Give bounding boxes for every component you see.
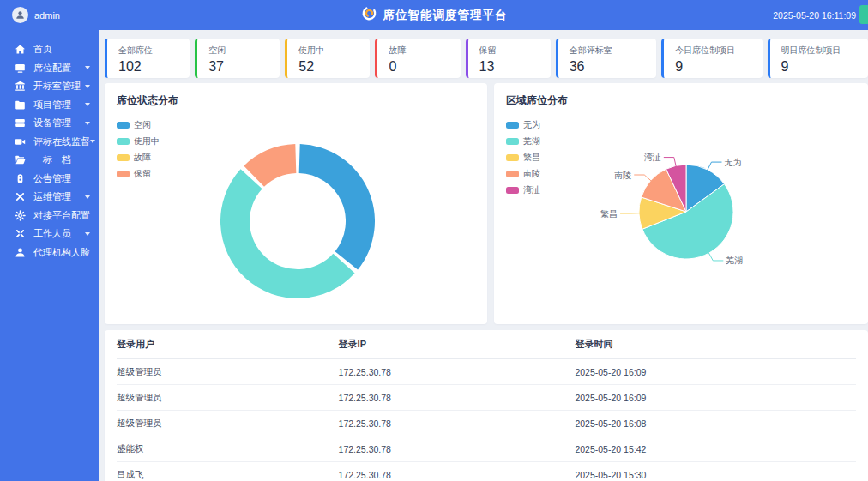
table-row: 超级管理员172.25.30.782025-05-20 16:09	[117, 359, 856, 385]
sidebar-item-label: 评标在线监督	[33, 135, 90, 148]
stats-row: 全部席位102空闲37使用中52故障0保留13全部评标室36今日席位制项目9明日…	[105, 39, 868, 78]
legend-item-2[interactable]: 繁昌	[506, 152, 540, 164]
legend-label: 故障	[134, 152, 151, 164]
stat-value: 102	[118, 59, 190, 75]
sidebar-item-8[interactable]: 运维管理	[0, 188, 99, 207]
sidebar-item-0[interactable]: 首页	[0, 40, 99, 59]
stat-value: 9	[675, 59, 762, 75]
table-header-row: 登录用户登录IP登录时间	[117, 330, 856, 359]
column-header: 登录时间	[575, 330, 856, 359]
legend-chip	[506, 154, 519, 161]
legend-label: 湾沚	[523, 184, 540, 196]
user-avatar-icon[interactable]	[12, 7, 28, 23]
sidebar-item-5[interactable]: 评标在线监督	[0, 133, 99, 152]
legend-item-1[interactable]: 芜湖	[506, 135, 540, 147]
platform-logo-icon	[361, 5, 377, 25]
table-cell: 盛能权	[117, 436, 339, 462]
table-cell: 2025-05-20 16:08	[575, 411, 856, 436]
wrench-icon	[15, 191, 26, 202]
sidebar: 首页席位配置开标室管理项目管理设备管理评标在线监督一标一档公告管理运维管理对接平…	[0, 30, 99, 481]
legend-label: 空闲	[134, 119, 151, 131]
callout-line	[708, 162, 722, 171]
legend-item-3[interactable]: 南陵	[506, 168, 540, 180]
legend-item-2[interactable]: 故障	[117, 152, 160, 164]
slice-label: 无为	[725, 158, 742, 167]
legend-chip	[506, 138, 519, 145]
callout-line	[634, 175, 651, 181]
table-cell: 172.25.30.78	[339, 411, 576, 436]
callout-line	[708, 252, 723, 261]
legend-item-0[interactable]: 空闲	[117, 119, 160, 131]
main-content: 全部席位102空闲37使用中52故障0保留13全部评标室36今日席位制项目9明日…	[99, 30, 868, 481]
stat-value: 9	[781, 59, 868, 75]
pie-chart: 无为芜湖繁昌南陵湾沚	[494, 83, 868, 324]
chart-legend: 无为芜湖繁昌南陵湾沚	[506, 119, 540, 201]
stat-value: 0	[389, 59, 460, 75]
current-datetime: 2025-05-20 16:11:09	[773, 10, 856, 21]
sidebar-item-label: 开标室管理	[33, 80, 81, 93]
sidebar-item-label: 代理机构人脸	[33, 246, 90, 259]
donut-chart	[105, 83, 487, 324]
login-log-table: 登录用户登录IP登录时间 超级管理员172.25.30.782025-05-20…	[117, 330, 856, 481]
sidebar-item-label: 对接平台配置	[33, 209, 90, 222]
edge-badge[interactable]	[859, 5, 868, 24]
sidebar-item-7[interactable]: 公告管理	[0, 170, 99, 189]
sidebar-item-9[interactable]: 对接平台配置	[0, 207, 99, 225]
legend-item-3[interactable]: 保留	[117, 168, 160, 180]
stat-label: 保留	[479, 45, 551, 57]
sidebar-item-3[interactable]: 项目管理	[0, 96, 99, 115]
table-cell: 172.25.30.78	[339, 385, 576, 411]
stat-label: 今日席位制项目	[675, 45, 762, 57]
sidebar-item-4[interactable]: 设备管理	[0, 114, 99, 133]
seat-config-icon	[15, 63, 26, 74]
legend-item-1[interactable]: 使用中	[117, 135, 160, 147]
region-seat-distribution-card: 区域席位分布 无为芜湖繁昌南陵湾沚 无为芜湖繁昌南陵湾沚	[494, 83, 868, 324]
sidebar-item-1[interactable]: 席位配置	[0, 59, 99, 78]
stat-value: 52	[298, 59, 370, 75]
sidebar-item-10[interactable]: 工作人员	[0, 225, 99, 244]
sidebar-item-2[interactable]: 开标室管理	[0, 77, 99, 96]
legend-label: 芜湖	[523, 135, 540, 147]
stat-label: 使用中	[298, 45, 370, 57]
pie-slice-0[interactable]	[299, 144, 375, 269]
building-icon	[15, 81, 26, 92]
gear-icon	[15, 210, 26, 221]
sidebar-item-11[interactable]: 代理机构人脸	[0, 244, 99, 262]
folder-open-icon	[15, 154, 26, 165]
user-area[interactable]: admin	[0, 7, 60, 23]
legend-item-0[interactable]: 无为	[506, 119, 540, 131]
legend-chip	[117, 122, 130, 129]
chevron-down-icon	[90, 140, 95, 143]
table-cell: 2025-05-20 15:30	[575, 462, 856, 481]
legend-label: 繁昌	[523, 152, 540, 164]
username: admin	[34, 10, 60, 21]
slice-label: 湾沚	[644, 153, 661, 162]
table-cell: 2025-05-20 16:09	[575, 385, 856, 411]
video-camera-icon	[15, 136, 26, 147]
table-cell: 超级管理员	[117, 411, 339, 436]
sidebar-item-label: 公告管理	[33, 172, 71, 185]
sidebar-item-6[interactable]: 一标一档	[0, 151, 99, 170]
sidebar-item-label: 一标一档	[33, 153, 71, 166]
sidebar-item-label: 项目管理	[33, 99, 71, 111]
column-header: 登录用户	[117, 330, 339, 359]
legend-label: 南陵	[523, 168, 540, 180]
server-icon	[15, 117, 26, 129]
stat-card-5: 全部评标室36	[556, 39, 656, 78]
stat-value: 37	[208, 59, 280, 75]
top-header: admin 席位智能调度管理平台 2025-05-20 16:11:09	[0, 0, 868, 30]
stat-label: 全部席位	[118, 45, 190, 57]
legend-item-4[interactable]: 湾沚	[506, 184, 540, 196]
legend-chip	[117, 138, 130, 145]
table-cell: 2025-05-20 15:42	[575, 436, 856, 462]
stat-card-2: 使用中52	[285, 39, 370, 78]
chart-legend: 空闲使用中故障保留	[117, 119, 160, 184]
stat-label: 明日席位制项目	[781, 45, 868, 57]
page-title: 席位智能调度管理平台	[383, 8, 508, 23]
seat-status-distribution-card: 席位状态分布 空闲使用中故障保留	[105, 83, 487, 324]
stat-card-7: 明日席位制项目9	[768, 39, 868, 78]
stat-card-3: 故障0	[375, 39, 460, 78]
column-header: 登录IP	[339, 330, 576, 359]
home-icon	[15, 44, 26, 55]
sidebar-item-label: 首页	[33, 43, 52, 56]
